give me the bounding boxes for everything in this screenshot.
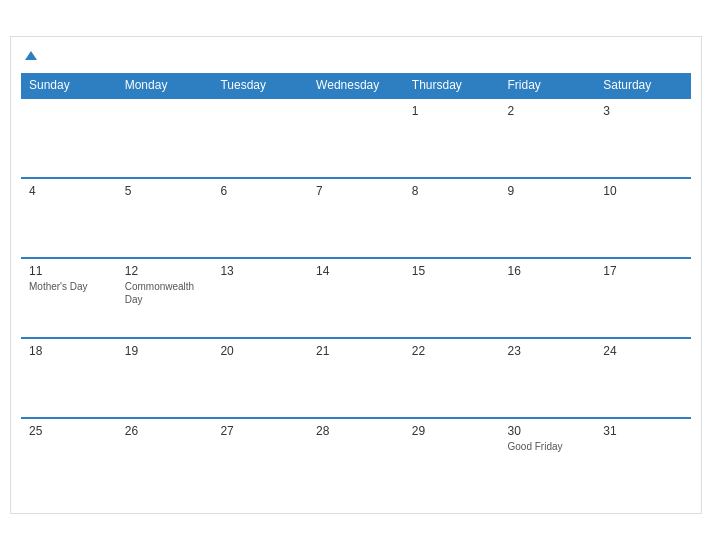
day-number: 18: [29, 344, 109, 358]
calendar-container: SundayMondayTuesdayWednesdayThursdayFrid…: [10, 36, 702, 514]
calendar-table: SundayMondayTuesdayWednesdayThursdayFrid…: [21, 73, 691, 498]
day-number: 4: [29, 184, 109, 198]
weekday-header: Monday: [117, 73, 213, 98]
calendar-cell: 13: [212, 258, 308, 338]
calendar-cell: [21, 98, 117, 178]
calendar-cell: 20: [212, 338, 308, 418]
weekday-header-row: SundayMondayTuesdayWednesdayThursdayFrid…: [21, 73, 691, 98]
day-number: 19: [125, 344, 205, 358]
day-number: 10: [603, 184, 683, 198]
week-row: 123: [21, 98, 691, 178]
logo-text: [23, 47, 37, 65]
calendar-cell: 23: [500, 338, 596, 418]
week-row: 45678910: [21, 178, 691, 258]
calendar-header: [21, 47, 691, 65]
calendar-cell: [308, 98, 404, 178]
calendar-cell: 1: [404, 98, 500, 178]
day-number: 29: [412, 424, 492, 438]
calendar-cell: 15: [404, 258, 500, 338]
day-number: 21: [316, 344, 396, 358]
week-row: 18192021222324: [21, 338, 691, 418]
calendar-cell: 12Commonwealth Day: [117, 258, 213, 338]
calendar-cell: 29: [404, 418, 500, 498]
calendar-cell: 19: [117, 338, 213, 418]
day-number: 20: [220, 344, 300, 358]
holiday-label: Commonwealth Day: [125, 280, 205, 306]
calendar-cell: 2: [500, 98, 596, 178]
calendar-cell: 18: [21, 338, 117, 418]
calendar-cell: [117, 98, 213, 178]
calendar-cell: 14: [308, 258, 404, 338]
weekday-header: Thursday: [404, 73, 500, 98]
day-number: 16: [508, 264, 588, 278]
calendar-cell: 28: [308, 418, 404, 498]
day-number: 22: [412, 344, 492, 358]
weekday-header: Wednesday: [308, 73, 404, 98]
week-row: 11Mother's Day12Commonwealth Day13141516…: [21, 258, 691, 338]
day-number: 13: [220, 264, 300, 278]
logo-triangle-icon: [25, 51, 37, 60]
weekday-header: Tuesday: [212, 73, 308, 98]
calendar-cell: 6: [212, 178, 308, 258]
calendar-cell: 5: [117, 178, 213, 258]
day-number: 30: [508, 424, 588, 438]
logo: [23, 47, 37, 65]
calendar-cell: 8: [404, 178, 500, 258]
holiday-label: Mother's Day: [29, 280, 109, 293]
day-number: 27: [220, 424, 300, 438]
day-number: 2: [508, 104, 588, 118]
day-number: 1: [412, 104, 492, 118]
day-number: 6: [220, 184, 300, 198]
day-number: 17: [603, 264, 683, 278]
calendar-cell: 17: [595, 258, 691, 338]
weekday-header: Saturday: [595, 73, 691, 98]
calendar-cell: 22: [404, 338, 500, 418]
calendar-cell: 31: [595, 418, 691, 498]
day-number: 15: [412, 264, 492, 278]
calendar-cell: 3: [595, 98, 691, 178]
weekday-header: Sunday: [21, 73, 117, 98]
calendar-cell: 24: [595, 338, 691, 418]
day-number: 31: [603, 424, 683, 438]
day-number: 5: [125, 184, 205, 198]
day-number: 23: [508, 344, 588, 358]
calendar-cell: 10: [595, 178, 691, 258]
day-number: 26: [125, 424, 205, 438]
day-number: 12: [125, 264, 205, 278]
calendar-cell: 4: [21, 178, 117, 258]
day-number: 24: [603, 344, 683, 358]
calendar-cell: [212, 98, 308, 178]
day-number: 25: [29, 424, 109, 438]
calendar-cell: 11Mother's Day: [21, 258, 117, 338]
day-number: 28: [316, 424, 396, 438]
day-number: 8: [412, 184, 492, 198]
calendar-cell: 27: [212, 418, 308, 498]
day-number: 11: [29, 264, 109, 278]
week-row: 252627282930Good Friday31: [21, 418, 691, 498]
weekday-header: Friday: [500, 73, 596, 98]
calendar-cell: 26: [117, 418, 213, 498]
day-number: 3: [603, 104, 683, 118]
day-number: 9: [508, 184, 588, 198]
calendar-cell: 9: [500, 178, 596, 258]
day-number: 7: [316, 184, 396, 198]
holiday-label: Good Friday: [508, 440, 588, 453]
calendar-cell: 7: [308, 178, 404, 258]
calendar-cell: 16: [500, 258, 596, 338]
calendar-cell: 25: [21, 418, 117, 498]
calendar-cell: 30Good Friday: [500, 418, 596, 498]
day-number: 14: [316, 264, 396, 278]
calendar-cell: 21: [308, 338, 404, 418]
